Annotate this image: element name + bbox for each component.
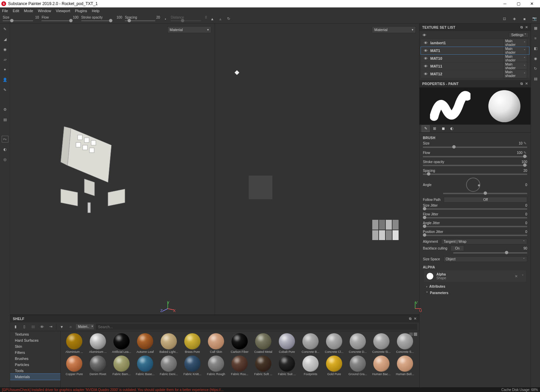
shelf-import-icon[interactable]: ⇥ bbox=[47, 323, 54, 330]
material-item[interactable]: Human Bac... bbox=[370, 355, 393, 376]
visibility-icon[interactable]: 👁 bbox=[423, 72, 428, 76]
material-item[interactable]: Coated Metal bbox=[252, 333, 275, 354]
tsl-settings-dropdown[interactable]: Settings˅ bbox=[509, 32, 529, 37]
viewport-2d-channel-dropdown[interactable]: Material bbox=[372, 26, 416, 33]
material-picker-icon[interactable]: ✎ bbox=[2, 86, 8, 93]
props-close-icon[interactable]: ✕ bbox=[525, 82, 528, 86]
menu-mode[interactable]: Mode bbox=[24, 9, 33, 13]
material-item[interactable]: Carbon Fiber bbox=[228, 333, 251, 354]
alpha-row[interactable]: AlphaShape ✕ ˅ bbox=[424, 270, 526, 282]
shelf-popout-icon[interactable]: ⧉ bbox=[409, 317, 411, 321]
shelf-category[interactable]: Textures bbox=[10, 331, 60, 337]
size-slider[interactable]: Size10 bbox=[3, 17, 39, 21]
shelf-category[interactable]: Filters bbox=[10, 349, 60, 356]
material-tab-icon[interactable]: ◐ bbox=[448, 125, 456, 132]
gear-icon[interactable]: ⚙ bbox=[2, 106, 8, 113]
render-icon[interactable]: ◎ bbox=[2, 156, 8, 163]
material-item[interactable]: Concrete Cl... bbox=[323, 333, 346, 354]
settings-strip-icon[interactable]: ◉ bbox=[533, 55, 539, 61]
spacing-slider[interactable]: Spacing20 bbox=[125, 17, 160, 21]
follow-path-toggle[interactable]: Off bbox=[444, 197, 527, 203]
shelf-category[interactable]: Brushes bbox=[10, 356, 60, 362]
attributes-collapser[interactable]: ›Attributes bbox=[423, 283, 527, 290]
layers-icon[interactable]: ≡ bbox=[533, 35, 539, 41]
shelf-close-icon[interactable]: ✕ bbox=[414, 317, 416, 321]
visibility-icon[interactable]: 👁 bbox=[423, 64, 428, 68]
projection-tool-icon[interactable]: ◉ bbox=[2, 46, 8, 53]
material-item[interactable]: Concrete Si... bbox=[370, 333, 393, 354]
material-item[interactable]: Human Bell... bbox=[394, 355, 416, 376]
material-item[interactable]: Calf Skin bbox=[205, 333, 227, 354]
ps-icon[interactable]: Ps bbox=[2, 136, 8, 142]
folder-icon[interactable]: ▮ bbox=[12, 323, 19, 330]
lazy-mouse-icon[interactable]: ↻ bbox=[226, 16, 231, 22]
shelf-search-input[interactable] bbox=[96, 324, 417, 330]
size-space-dropdown[interactable]: Object bbox=[443, 256, 527, 262]
visibility-icon[interactable]: 👁 bbox=[423, 41, 428, 45]
polygon-fill-tool-icon[interactable]: ▱ bbox=[2, 56, 8, 63]
brush-flow-slider[interactable] bbox=[423, 156, 527, 157]
screenshot-icon[interactable]: 📷 bbox=[532, 16, 537, 22]
filter-chip[interactable]: Materi..× bbox=[76, 324, 94, 329]
chip-close-icon[interactable]: × bbox=[91, 324, 93, 328]
filter-icon[interactable]: ▼ bbox=[58, 323, 65, 330]
alpha-clear-icon[interactable]: ✕ bbox=[515, 274, 518, 279]
brush-angle-slider[interactable] bbox=[443, 193, 527, 194]
viewport-2d[interactable]: Material V U bbox=[215, 24, 420, 315]
shelf-category[interactable]: Materials bbox=[10, 374, 60, 380]
menu-file[interactable]: File bbox=[2, 9, 8, 13]
material-item[interactable]: Fabric Knitt... bbox=[181, 355, 204, 376]
paint-tool-icon[interactable]: ✎ bbox=[2, 26, 8, 32]
menu-plugins[interactable]: Plugins bbox=[75, 9, 87, 13]
menu-help[interactable]: Help bbox=[92, 9, 100, 13]
cube-icon[interactable]: ◈ bbox=[512, 16, 517, 22]
eraser-tool-icon[interactable]: ◢ bbox=[2, 36, 8, 43]
material-item[interactable]: Concrete D... bbox=[346, 333, 369, 354]
brush-tab-icon[interactable]: ✎ bbox=[422, 125, 430, 132]
shader-dropdown[interactable]: Main shader bbox=[504, 70, 527, 78]
tsl-close-icon[interactable]: ✕ bbox=[525, 25, 528, 29]
angle-jitter-slider[interactable] bbox=[423, 226, 527, 227]
close-button[interactable]: ✕ bbox=[525, 0, 539, 7]
texture-set-row[interactable]: 👁MAT10Main shader bbox=[421, 55, 529, 62]
material-item[interactable]: Cobalt Pure bbox=[275, 333, 298, 354]
flow-slider[interactable]: Flow100 bbox=[42, 17, 78, 21]
material-item[interactable]: Fabric Base... bbox=[134, 355, 157, 376]
menu-viewport[interactable]: Viewport bbox=[56, 9, 70, 13]
material-item[interactable]: Denim Rivet bbox=[86, 355, 109, 376]
material-item[interactable]: Aluminium ... bbox=[86, 333, 109, 354]
camera-icon[interactable]: ■ bbox=[522, 16, 527, 22]
material-item[interactable]: Fabric Rough bbox=[205, 355, 227, 376]
shelf-category[interactable]: Skin bbox=[10, 343, 60, 349]
parameters-collapser[interactable]: ˅Parameters bbox=[423, 290, 527, 296]
texture-set-row[interactable]: 👁MAT1Main shader bbox=[421, 47, 529, 54]
tsl-visibility-all-icon[interactable]: 👁 bbox=[422, 33, 427, 37]
material-item[interactable]: Artificial Lea... bbox=[110, 333, 133, 354]
stencil-tab-icon[interactable]: ◼ bbox=[439, 125, 447, 132]
angle-dial[interactable] bbox=[466, 178, 480, 192]
texture-set-row[interactable]: 👁lambert1Main shader bbox=[421, 39, 529, 47]
visibility-icon[interactable]: 👁 bbox=[423, 56, 428, 60]
history-icon[interactable]: ↻ bbox=[533, 66, 539, 72]
material-item[interactable]: Fabric Bam... bbox=[110, 355, 133, 376]
material-item[interactable]: Brass Pure bbox=[181, 333, 204, 354]
maximize-button[interactable]: ▢ bbox=[512, 0, 525, 7]
alpha-tab-icon[interactable]: ⊞ bbox=[430, 125, 438, 132]
flow-jitter-slider[interactable] bbox=[423, 217, 527, 218]
smudge-tool-icon[interactable]: ✦ bbox=[2, 66, 8, 73]
size-link-icon[interactable]: ✎ bbox=[522, 141, 527, 146]
position-jitter-slider[interactable] bbox=[423, 235, 527, 236]
material-item[interactable]: Fabric Soft ... bbox=[252, 355, 275, 376]
menu-window[interactable]: Window bbox=[38, 9, 51, 13]
shelf-category[interactable]: Particles bbox=[10, 362, 60, 368]
perspective-icon[interactable]: ⊡ bbox=[502, 16, 507, 22]
channels-icon[interactable]: ◧ bbox=[533, 45, 539, 51]
shelf-category[interactable]: Hard Surfaces bbox=[10, 337, 60, 343]
symmetry-icon[interactable]: ▲ bbox=[210, 16, 215, 22]
menu-edit[interactable]: Edit bbox=[13, 9, 19, 13]
iray-icon[interactable]: ◐ bbox=[2, 146, 8, 153]
material-item[interactable]: Baked Light... bbox=[157, 333, 180, 354]
clone-tool-icon[interactable]: 👤 bbox=[2, 76, 8, 83]
shelf-category[interactable]: Tools bbox=[10, 368, 60, 374]
material-item[interactable]: Concrete B... bbox=[299, 333, 322, 354]
